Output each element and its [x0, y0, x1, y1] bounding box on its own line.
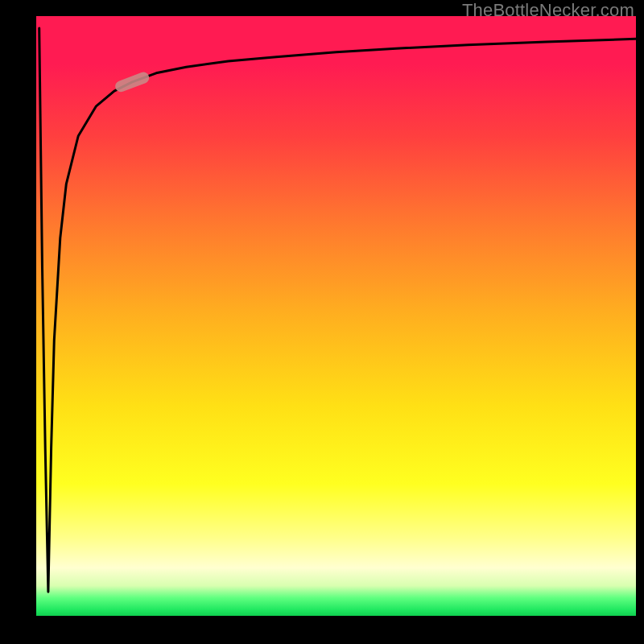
watermark-text: TheBottleNecker.com	[462, 0, 634, 21]
plot-area	[36, 16, 636, 616]
chart-frame: { "watermark": "TheBottleNecker.com", "c…	[0, 0, 644, 644]
